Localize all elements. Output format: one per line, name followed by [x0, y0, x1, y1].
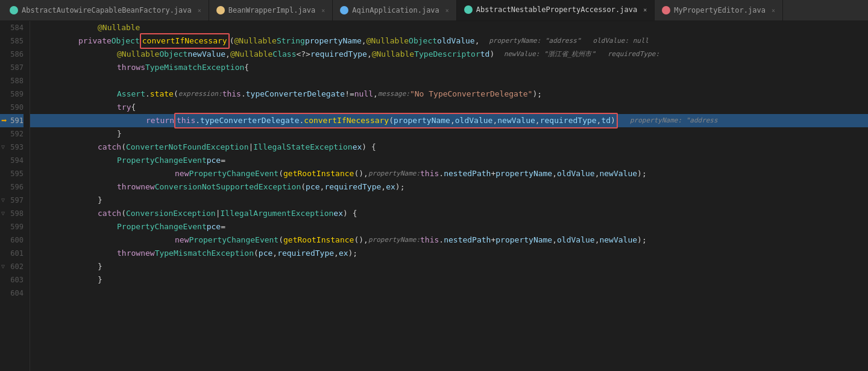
gutter-589: 589	[0, 87, 24, 101]
gutter-603: 603	[0, 273, 24, 287]
gutter-599: 599	[0, 220, 24, 233]
method-convertifnecessary: convertIfNecessary	[140, 33, 230, 49]
tab-label-1: AbstractAutowireCapableBeanFactory.java	[22, 6, 192, 14]
code-line-602: }	[30, 260, 868, 273]
editor-body: 584 585 586 587 588 589 590 ➡ 591 592 ▽ …	[0, 21, 868, 371]
close-tab-3[interactable]: ×	[445, 7, 449, 14]
gutter-598: ▽ 598	[0, 207, 24, 220]
code-line-600: new PropertyChangeEvent ( getRootInstanc…	[30, 233, 868, 247]
code-line-590: try {	[30, 101, 868, 114]
code-line-598: catch ( ConversionException | IllegalArg…	[30, 207, 868, 220]
tab-label-5: MyPropertyEditor.java	[674, 6, 766, 14]
tab-aqin[interactable]: AqinApplication.java ×	[333, 0, 457, 21]
tab-icon-4	[464, 5, 473, 14]
tab-label-3: AqinApplication.java	[352, 6, 439, 14]
gutter-592: 592	[0, 127, 24, 141]
code-line-593: catch ( ConverterNotFoundException | Ill…	[30, 141, 868, 154]
current-line-arrow: ➡	[1, 114, 7, 127]
gutter-600: 600	[0, 233, 24, 247]
code-line-589: Assert . state ( expression: this . type…	[30, 87, 868, 101]
code-line-594: PropertyChangeEvent pce =	[30, 154, 868, 167]
fold-icon-602[interactable]: ▽	[1, 260, 5, 273]
return-expression-box: this . typeConverterDelegate . convertIf…	[174, 113, 618, 128]
tab-icon-5	[662, 6, 670, 14]
line-number-gutter: 584 585 586 587 588 589 590 ➡ 591 592 ▽ …	[0, 21, 30, 371]
fold-icon-597[interactable]: ▽	[1, 194, 5, 207]
code-line-584: @Nullable	[30, 21, 868, 34]
code-line-587: throws TypeMismatchException {	[30, 61, 868, 74]
code-line-604	[30, 287, 868, 300]
gutter-585: 585	[0, 34, 24, 48]
gutter-586: 586	[0, 48, 24, 61]
tab-myproperty[interactable]: MyPropertyEditor.java ×	[655, 0, 783, 21]
fold-icon-593[interactable]: ▽	[1, 141, 5, 154]
close-tab-2[interactable]: ×	[321, 7, 325, 14]
tab-abstract-nestable[interactable]: AbstractNestablePropertyAccessor.java ×	[457, 0, 655, 21]
code-line-595: new PropertyChangeEvent ( getRootInstanc…	[30, 167, 868, 180]
gutter-595: 595	[0, 167, 24, 180]
code-line-591: return this . typeConverterDelegate . co…	[30, 114, 868, 127]
gutter-601: 601	[0, 247, 24, 260]
tab-beanwrapper[interactable]: BeanWrapperImpl.java ×	[209, 0, 333, 21]
close-tab-1[interactable]: ×	[198, 7, 201, 14]
gutter-596: 596	[0, 180, 24, 194]
gutter-584: 584	[0, 21, 24, 34]
tab-icon-2	[216, 6, 225, 14]
code-line-585: private Object convertIfNecessary ( @Nul…	[30, 34, 868, 48]
gutter-591: ➡ 591	[0, 114, 24, 127]
tab-abstract-autowire[interactable]: AbstractAutowireCapableBeanFactory.java …	[2, 0, 209, 21]
tab-label-4: AbstractNestablePropertyAccessor.java	[476, 5, 637, 14]
code-area: @Nullable private Object convertIfNecess…	[30, 21, 868, 371]
code-line-603: }	[30, 273, 868, 287]
gutter-597: ▽ 597	[0, 194, 24, 207]
code-line-592: }	[30, 127, 868, 141]
code-line-596: throw new ConversionNotSupportedExceptio…	[30, 180, 868, 194]
close-tab-4[interactable]: ×	[643, 7, 647, 13]
tab-icon-1	[10, 6, 18, 14]
gutter-588: 588	[0, 74, 24, 87]
tab-icon-3	[340, 6, 348, 14]
gutter-604: 604	[0, 287, 24, 300]
code-line-586: @Nullable Object newValue , @Nullable Cl…	[30, 48, 868, 61]
code-line-599: PropertyChangeEvent pce =	[30, 220, 868, 233]
code-line-588	[30, 74, 868, 87]
code-line-601: throw new TypeMismatchException ( pce , …	[30, 247, 868, 260]
gutter-587: 587	[0, 61, 24, 74]
tab-bar: AbstractAutowireCapableBeanFactory.java …	[0, 0, 868, 21]
tab-label-2: BeanWrapperImpl.java	[228, 6, 316, 14]
gutter-602: ▽ 602	[0, 260, 24, 273]
code-line-597: }	[30, 194, 868, 207]
gutter-594: 594	[0, 154, 24, 167]
gutter-593: ▽ 593	[0, 141, 24, 154]
editor-container: AbstractAutowireCapableBeanFactory.java …	[0, 0, 868, 371]
gutter-590: 590	[0, 101, 24, 114]
fold-icon-598[interactable]: ▽	[1, 207, 5, 220]
close-tab-5[interactable]: ×	[772, 7, 775, 14]
